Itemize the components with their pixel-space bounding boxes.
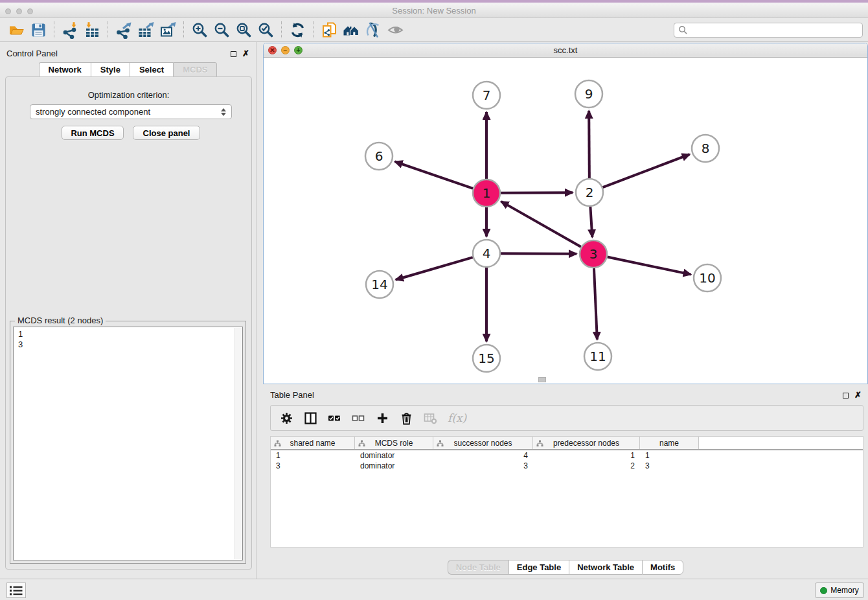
- table-settings-button[interactable]: [280, 410, 293, 426]
- column-header-mcds-role[interactable]: MCDS role: [355, 437, 433, 449]
- import-network-button[interactable]: [59, 19, 81, 40]
- tab-mcds[interactable]: MCDS: [173, 62, 217, 77]
- close-panel-icon[interactable]: ✗: [242, 50, 249, 58]
- table-cell[interactable]: 4: [433, 450, 533, 461]
- mcds-result-scrollbar[interactable]: [234, 328, 242, 559]
- tab-network[interactable]: Network: [39, 62, 91, 77]
- network-hscroll-thumb[interactable]: [538, 377, 546, 382]
- column-header-predecessor-nodes[interactable]: predecessor nodes: [533, 437, 640, 449]
- graph-edge-3-10[interactable]: [608, 257, 691, 275]
- graph-edge-4-14[interactable]: [396, 257, 473, 280]
- run-mcds-button[interactable]: Run MCDS: [62, 126, 124, 140]
- table-cell[interactable]: 1: [533, 450, 640, 461]
- table-row[interactable]: 1dominator411: [271, 450, 863, 461]
- table-cell[interactable]: 2: [533, 461, 640, 471]
- graph-node-9[interactable]: 9: [575, 80, 602, 108]
- graph-edge-4-3[interactable]: [501, 253, 577, 254]
- zoom-selected-button[interactable]: [255, 19, 277, 40]
- export-image-button[interactable]: [157, 19, 179, 40]
- criterion-select[interactable]: strongly connected component: [30, 104, 232, 119]
- graph-node-3[interactable]: 3: [580, 240, 607, 268]
- graph-node-1[interactable]: 1: [473, 179, 500, 207]
- graph-edge-1-6[interactable]: [395, 161, 474, 188]
- graph-edge-2-3[interactable]: [590, 207, 592, 237]
- column-type-icon: [274, 440, 281, 447]
- column-header-name[interactable]: name: [640, 437, 699, 449]
- deselect-all-button[interactable]: [352, 410, 365, 426]
- graph-edge-2-9[interactable]: [589, 111, 589, 178]
- table-cell[interactable]: 1: [271, 450, 355, 461]
- node-table[interactable]: shared nameMCDS rolesuccessor nodesprede…: [270, 436, 863, 548]
- task-history-button[interactable]: [6, 583, 26, 598]
- tab-style[interactable]: Style: [91, 62, 130, 77]
- export-network-button[interactable]: [113, 19, 135, 40]
- table-cell[interactable]: 1: [640, 450, 699, 461]
- function-builder-button[interactable]: f(x): [448, 410, 466, 426]
- column-header-successor-nodes[interactable]: successor nodes: [433, 437, 533, 449]
- memory-button[interactable]: Memory: [815, 583, 864, 598]
- graph-node-2[interactable]: 2: [576, 179, 603, 206]
- network-canvas[interactable]: 1234678910111415: [264, 58, 867, 384]
- import-table-icon: [84, 21, 101, 39]
- table-cell[interactable]: 3: [271, 461, 355, 471]
- tab-motifs[interactable]: Motifs: [642, 560, 683, 575]
- memory-status-icon: [820, 587, 827, 594]
- svg-text:3: 3: [589, 246, 598, 262]
- table-cell[interactable]: dominator: [355, 450, 433, 461]
- graph-node-6[interactable]: 6: [365, 143, 393, 170]
- zoom-fit-button[interactable]: [233, 19, 255, 40]
- close-panel-button[interactable]: Close panel: [133, 126, 200, 140]
- import-table-button[interactable]: [81, 19, 103, 40]
- optimization-criterion-label: Optimization criterion:: [6, 90, 251, 100]
- eye-button[interactable]: [384, 19, 406, 40]
- graph-node-4[interactable]: 4: [473, 240, 500, 267]
- genemania-button[interactable]: [340, 19, 362, 40]
- select-all-icon: [328, 411, 341, 425]
- tab-edge-table[interactable]: Edge Table: [508, 560, 569, 575]
- mcds-result-area[interactable]: 1 3: [13, 327, 243, 560]
- svg-text:2: 2: [586, 185, 594, 200]
- table-cell[interactable]: dominator: [355, 461, 433, 471]
- zoom-out-button[interactable]: [211, 19, 233, 40]
- toolbar-separator: [281, 21, 282, 38]
- column-header-shared-name[interactable]: shared name: [271, 437, 355, 449]
- open-session-button[interactable]: [5, 19, 27, 40]
- clone-network-button[interactable]: [318, 19, 340, 40]
- tab-node-table[interactable]: Node Table: [448, 560, 508, 575]
- zoom-selected-icon: [257, 21, 275, 39]
- close-panel-icon[interactable]: ✗: [854, 391, 862, 399]
- select-all-button[interactable]: [328, 410, 341, 426]
- float-panel-icon[interactable]: [231, 51, 236, 57]
- graph-edge-3-11[interactable]: [594, 268, 597, 340]
- table-body: 1dominator4113dominator323: [271, 450, 863, 471]
- graph-node-14[interactable]: 14: [366, 271, 393, 298]
- list-icon: [9, 585, 23, 596]
- delete-column-button[interactable]: [400, 410, 413, 426]
- hide-details-button[interactable]: [362, 19, 384, 40]
- add-column-button[interactable]: [376, 410, 389, 426]
- show-columns-button[interactable]: [304, 410, 317, 426]
- graph-edge-2-8[interactable]: [603, 154, 690, 187]
- search-input[interactable]: [688, 24, 858, 36]
- table-row[interactable]: 3dominator323: [271, 461, 863, 471]
- refresh-layout-button[interactable]: [286, 19, 308, 40]
- tab-select[interactable]: Select: [130, 62, 173, 77]
- graph-node-8[interactable]: 8: [692, 135, 719, 162]
- graph-node-11[interactable]: 11: [584, 343, 611, 370]
- tab-network-table[interactable]: Network Table: [569, 560, 642, 575]
- zoom-in-icon: [191, 21, 209, 39]
- graph-node-15[interactable]: 15: [473, 345, 500, 372]
- eye-icon: [387, 21, 404, 39]
- float-panel-icon[interactable]: [843, 393, 849, 398]
- graph-node-10[interactable]: 10: [694, 264, 721, 292]
- graph-node-7[interactable]: 7: [473, 82, 500, 109]
- control-panel-header: Control Panel ✗: [6, 47, 256, 60]
- export-table-button[interactable]: [135, 19, 157, 40]
- delete-table-button[interactable]: [424, 410, 437, 426]
- graph-edge-1-2[interactable]: [501, 192, 573, 193]
- graph-edge-3-1[interactable]: [501, 202, 581, 247]
- table-cell[interactable]: 3: [640, 461, 699, 471]
- zoom-in-button[interactable]: [188, 19, 211, 40]
- table-cell[interactable]: 3: [433, 461, 533, 471]
- save-session-button[interactable]: [27, 19, 49, 40]
